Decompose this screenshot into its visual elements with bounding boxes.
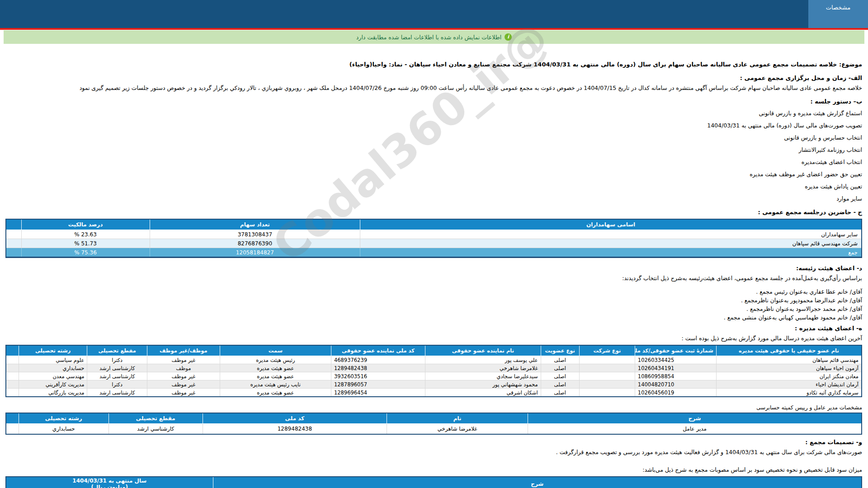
position: عضو هیئت مدیره xyxy=(220,389,331,397)
table-row: آرمان اندیشان احیاء 14004820710 اصلی محم… xyxy=(6,380,862,389)
agenda-item: تعیین حق حضور اعضای غیر موظف هیئت مدیره xyxy=(5,171,862,178)
field: علوم سیاسي xyxy=(19,356,87,364)
board-col-position: سمت xyxy=(220,345,331,356)
field: حسابداري xyxy=(19,364,87,372)
board-col-reg-number: شمارۀ ثبت عضو حقوقی/کد ملی xyxy=(635,345,716,356)
reg-number: 10260456019 xyxy=(635,389,716,397)
section-f-body: صورت‌های مالی شرکت برای سال منتهی به 140… xyxy=(5,449,862,455)
degree: دکترا xyxy=(87,380,147,389)
shareholder-name: شرکت مهندسي قائم سپاهان xyxy=(360,239,862,248)
attendees-header-row: اسامی سهامداران تعداد سهام درصد مالکیت xyxy=(6,219,862,230)
section-e-intro: آخرین اعضای هیئت مدیره درسال مالی مورد گ… xyxy=(5,335,862,342)
section-d-title: د- اعضای هیئت رئیسه: xyxy=(5,265,862,272)
attendees-col-shares: تعداد سهام xyxy=(150,219,360,230)
executive-status: غیر موظف xyxy=(147,356,220,364)
degree: کارشناسی ارشد xyxy=(87,372,147,380)
membership-type: اصلی xyxy=(541,364,579,372)
reg-number: 14004820710 xyxy=(635,380,716,389)
membership-type: اصلی xyxy=(541,389,579,397)
rep-national-id: 1289696454 xyxy=(331,389,425,397)
profit-allocation-table: شرح سال منتهی به 1404/03/31 (میلیون ریال… xyxy=(5,476,862,488)
section-b-title: ب– دستور جلسه : xyxy=(5,98,862,105)
attendees-table: اسامی سهامداران تعداد سهام درصد مالکیت س… xyxy=(5,219,862,258)
table-row: سرمایه گذاري آتیه تکادو 10260456019 اصلی… xyxy=(6,389,862,397)
tab-specifications[interactable]: مشخصات xyxy=(808,0,868,28)
share-count: 8276876390 xyxy=(150,239,360,248)
empty-cell xyxy=(6,424,19,435)
membership-type: اصلی xyxy=(541,380,579,389)
executive-status: غیر موظف xyxy=(147,389,220,397)
ceo-name: غلامرضا شاهرخي xyxy=(387,424,528,435)
board-col-field: رشته تحصیلی xyxy=(19,345,87,356)
executive-status: غیر موظف xyxy=(147,380,220,389)
shareholder-name: سایر سهامداران xyxy=(360,230,862,239)
empty-cell xyxy=(6,364,19,372)
degree: کارشناسی ارشد xyxy=(87,364,147,372)
ownership-percent: % 23.63 xyxy=(21,230,150,239)
shareholder-name: جمع xyxy=(360,248,862,258)
empty-cell xyxy=(6,230,21,239)
table-total-row: جمع 12058184827 % 75.36 xyxy=(6,248,862,258)
report-body: موضوع: خلاصه تصمیمات مجمع عمومی عادی سال… xyxy=(0,44,868,488)
ceo-col-description: شرح xyxy=(528,413,862,424)
profit-col-amount: سال منتهی به 1404/03/31 (میلیون ریال) xyxy=(6,477,213,488)
profit-header-row: شرح سال منتهی به 1404/03/31 (میلیون ریال… xyxy=(6,477,862,488)
ceo-col-national-id: کد ملی xyxy=(203,413,387,424)
agenda-item: تعیین پاداش هیئت مدیره xyxy=(5,183,862,190)
company-type xyxy=(579,356,635,364)
rep-national-id: 1287896057 xyxy=(331,380,425,389)
presidium-member: آقای/ خانم عبدالرضا محمودپور به‌عنوان نا… xyxy=(5,296,862,305)
presidium-member: آقای/ خانم عطا غفاري به‌عنوان رئیس مجمع … xyxy=(5,287,862,296)
attendees-col-shareholders: اسامی سهامداران xyxy=(360,219,862,230)
executive-status: غیر موظف xyxy=(147,372,220,380)
ceo-col-name: نام xyxy=(387,413,528,424)
ceo-national-id: 1289482438 xyxy=(203,424,387,435)
table-row: مدیر عامل غلامرضا شاهرخي 1289482438 کارش… xyxy=(6,424,862,435)
degree: دکترا xyxy=(87,356,147,364)
company-type xyxy=(579,372,635,380)
rep-name: علي یوسف پور xyxy=(425,356,541,364)
ownership-percent: % 51.73 xyxy=(21,239,150,248)
field: مهندسي معدن xyxy=(19,372,87,380)
member-name: سرمایه گذاري آتیه تکادو xyxy=(716,389,862,397)
board-col-degree: مقطع تحصیلی xyxy=(87,345,147,356)
red-divider xyxy=(0,28,868,30)
ownership-percent: % 75.36 xyxy=(21,248,150,258)
empty-cell xyxy=(6,389,19,397)
section-a-body: خلاصه مجمع عمومی عادی سالیانه صاحبان سها… xyxy=(5,84,862,91)
agenda-list: استماع گزارش هیئت مدیره و بازرس قانونی ت… xyxy=(5,110,862,202)
agenda-item: استماع گزارش هیئت مدیره و بازرس قانونی xyxy=(5,110,862,117)
top-header-bar: مشخصات xyxy=(0,0,868,28)
degree: کارشناسی ارشد xyxy=(87,389,147,397)
subject-line: موضوع: خلاصه تصمیمات مجمع عمومی عادی سال… xyxy=(5,61,862,68)
board-col-company-type: نوع شرکت xyxy=(579,345,635,356)
reg-number: 10260334425 xyxy=(635,356,716,364)
signature-match-banner: i اطلاعات نمایش داده شده با اطلاعات امضا… xyxy=(4,30,864,44)
empty-cell xyxy=(6,380,19,389)
position: عضو هیئت مدیره xyxy=(220,364,331,372)
agenda-item: انتخاب اعضای هیئت‌مدیره xyxy=(5,159,862,165)
ceo-table: شرح نام کد ملی مقطع تحصیلی رشته تحصیلی م… xyxy=(5,413,862,435)
profit-col-amount-year: سال منتهی به 1404/03/31 xyxy=(9,478,210,484)
table-row: معادن منگنز ایران 10860958854 اصلی سیدعل… xyxy=(6,372,862,380)
field: مدیریت کارآفریني xyxy=(19,380,87,389)
presidium-member: آقای/ خانم محمد حجرالاسود به‌عنوان ناظرم… xyxy=(5,305,862,313)
board-col-rep-national-id: کد ملی نماینده عضو حقوقی xyxy=(331,345,425,356)
ceo-col-empty xyxy=(6,413,19,424)
executive-status: موظف xyxy=(147,364,220,372)
table-row: سایر سهامداران 3781308437 % 23.63 xyxy=(6,230,862,239)
company-type xyxy=(579,380,635,389)
member-name: آرمان اندیشان احیاء xyxy=(716,380,862,389)
reg-number: 10260434191 xyxy=(635,364,716,372)
ceo-description: مدیر عامل xyxy=(528,424,862,435)
section-a-title: الف- زمان و محل برگزاری مجمع عمومی : xyxy=(5,75,862,81)
position: عضو هیئت مدیره xyxy=(220,372,331,380)
section-d-intro: براساس رأی‌گیری به‌عمل‌آمده در جلسة مجمع… xyxy=(5,275,862,282)
profit-col-description: شرح xyxy=(213,477,862,488)
share-count: 3781308437 xyxy=(150,230,360,239)
rep-name: محمود شهشهاني پور xyxy=(425,380,541,389)
table-row: شرکت مهندسي قائم سپاهان 8276876390 % 51.… xyxy=(6,239,862,248)
empty-cell xyxy=(6,239,21,248)
position: نایب رئیس هیئت مدیره xyxy=(220,380,331,389)
rep-national-id: 1289482438 xyxy=(331,364,425,372)
